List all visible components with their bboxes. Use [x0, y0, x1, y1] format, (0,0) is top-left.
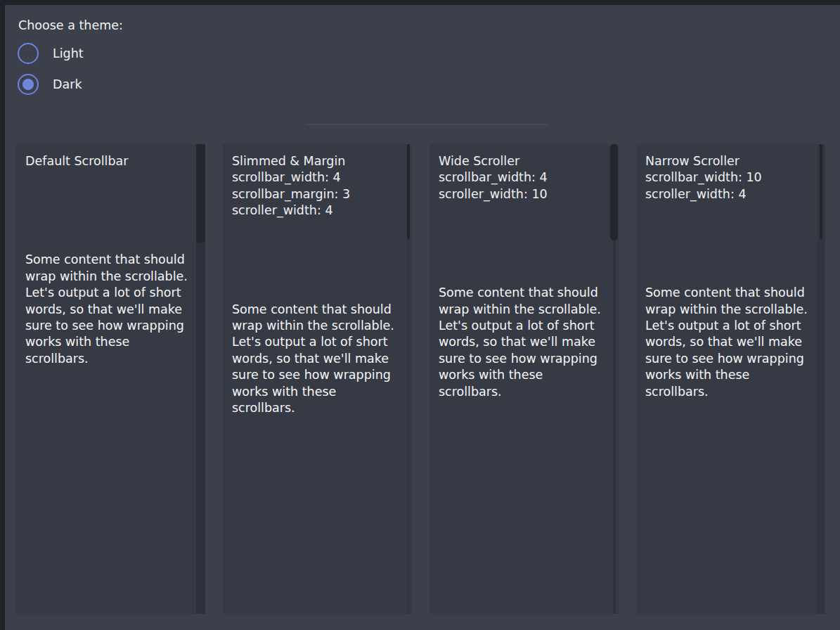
panel-header: Narrow Scroller scrollbar_width: 10 scro… [645, 153, 808, 202]
app-screen: Choose a theme: Light Dark Default Scrol… [0, 0, 840, 630]
panel-header: Wide Scroller scrollbar_width: 4 scrolle… [439, 153, 602, 202]
radio-selected-icon[interactable] [18, 74, 39, 95]
section-divider [305, 124, 548, 125]
panel-body: Some content that should wrap within the… [25, 252, 188, 367]
panel-body: Some content that should wrap within the… [645, 285, 808, 400]
scrollbar-thumb[interactable] [820, 144, 822, 239]
panel-slimmed-margin[interactable]: Slimmed & Margin scrollbar_width: 4 scro… [223, 144, 412, 614]
radio-label-light: Light [53, 46, 84, 60]
panel-narrow-scroller[interactable]: Narrow Scroller scrollbar_width: 10 scro… [636, 144, 825, 614]
panel-default-scrollbar[interactable]: Default Scrollbar Some content that shou… [16, 144, 205, 614]
panel-body: Some content that should wrap within the… [439, 285, 602, 400]
radio-option-dark[interactable]: Dark [18, 74, 82, 95]
radio-dot [22, 79, 34, 90]
scrollbar-demo-row: Default Scrollbar Some content that shou… [16, 144, 825, 614]
theme-prompt: Choose a theme: [18, 17, 123, 34]
panel-body: Some content that should wrap within the… [232, 302, 395, 417]
scrollbar-thumb[interactable] [196, 144, 205, 243]
radio-option-light[interactable]: Light [18, 43, 84, 64]
radio-unselected-icon[interactable] [18, 43, 39, 64]
scrollbar-thumb[interactable] [407, 144, 410, 239]
radio-label-dark: Dark [53, 77, 82, 91]
scrollbar-thumb[interactable] [610, 144, 618, 240]
panel-wide-scroller[interactable]: Wide Scroller scrollbar_width: 4 scrolle… [429, 144, 619, 614]
panel-header: Default Scrollbar [25, 153, 188, 169]
panel-header: Slimmed & Margin scrollbar_width: 4 scro… [232, 153, 395, 219]
